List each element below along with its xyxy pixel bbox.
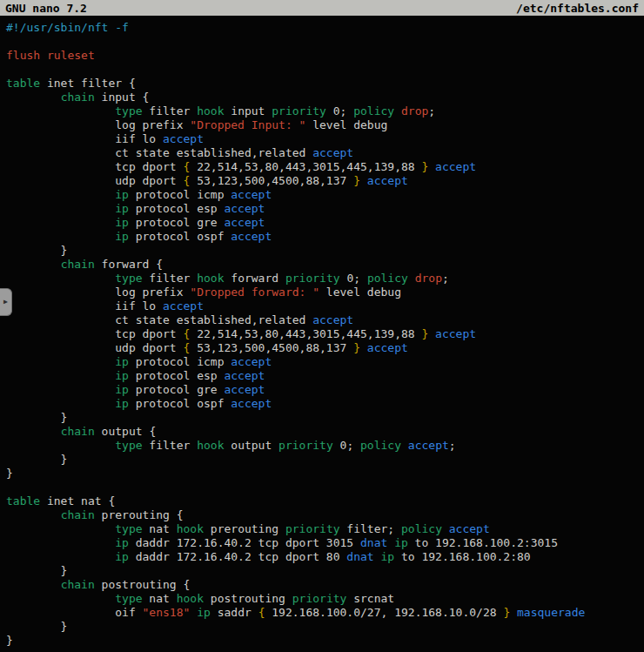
file-path: /etc/nftables.conf (516, 2, 639, 15)
code-line (6, 63, 644, 77)
code-line: } (6, 564, 644, 578)
code-line: ip protocol esp accept (6, 202, 644, 216)
code-line: type filter hook forward priority 0; pol… (6, 272, 644, 286)
terminal-window: GNU nano 7.2 /etc/nftables.conf #!/usr/s… (0, 0, 644, 652)
code-line: ip protocol icmp accept (6, 188, 644, 202)
code-line: ip protocol icmp accept (6, 355, 644, 369)
code-line: ct state established,related accept (6, 313, 644, 327)
code-line: ip protocol gre accept (6, 383, 644, 397)
code-line: table inet filter { (6, 77, 644, 91)
code-line: chain postrouting { (6, 578, 644, 592)
code-line: chain prerouting { (6, 508, 644, 522)
code-line: tcp dport { 22,514,53,80,443,3015,445,13… (6, 160, 644, 174)
code-line: tcp dport { 22,514,53,80,443,3015,445,13… (6, 327, 644, 341)
code-line: iif lo accept (6, 299, 644, 313)
code-line: ip protocol esp accept (6, 369, 644, 383)
code-line: ip daddr 172.16.40.2 tcp dport 3015 dnat… (6, 536, 644, 550)
code-line: } (6, 620, 644, 634)
nano-titlebar: GNU nano 7.2 /etc/nftables.conf (0, 0, 644, 16)
code-line: } (6, 411, 644, 425)
code-line: udp dport { 53,123,500,4500,88,137 } acc… (6, 341, 644, 355)
code-line: ip protocol ospf accept (6, 397, 644, 411)
code-line: } (6, 453, 644, 467)
code-line: } (6, 634, 644, 648)
code-line: iif lo accept (6, 132, 644, 146)
code-line: chain input { (6, 91, 644, 104)
code-line: ip daddr 172.16.40.2 tcp dport 80 dnat i… (6, 550, 644, 564)
code-line: chain output { (6, 425, 644, 439)
code-line: ct state established,related accept (6, 146, 644, 160)
code-line: table inet nat { (6, 494, 644, 508)
code-line: flush ruleset (6, 49, 644, 63)
code-line: udp dport { 53,123,500,4500,88,137 } acc… (6, 174, 644, 188)
side-panel-handle[interactable]: ▶ (0, 288, 12, 316)
code-line: log prefix "Dropped Input: " level debug (6, 118, 644, 132)
code-line: oif "ens18" ip saddr { 192.168.100.0/27,… (6, 606, 644, 620)
code-line: ip protocol ospf accept (6, 230, 644, 244)
code-line: log prefix "Dropped forward: " level deb… (6, 286, 644, 299)
code-line (6, 35, 644, 49)
code-line: type filter hook output priority 0; poli… (6, 439, 644, 453)
code-line (6, 481, 644, 494)
code-line: type filter hook input priority 0; polic… (6, 104, 644, 118)
app-title: GNU nano 7.2 (5, 2, 87, 15)
code-line: type nat hook prerouting priority filter… (6, 522, 644, 536)
editor-area[interactable]: #!/usr/sbin/nft -fflush rulesettable ine… (0, 16, 644, 648)
code-line: type nat hook postrouting priority srcna… (6, 592, 644, 606)
code-line: } (6, 467, 644, 481)
code-line: ip protocol gre accept (6, 216, 644, 230)
code-line: } (6, 244, 644, 258)
code-line: #!/usr/sbin/nft -f (6, 21, 644, 35)
code-line: chain forward { (6, 258, 644, 272)
chevron-right-icon: ▶ (3, 299, 8, 306)
